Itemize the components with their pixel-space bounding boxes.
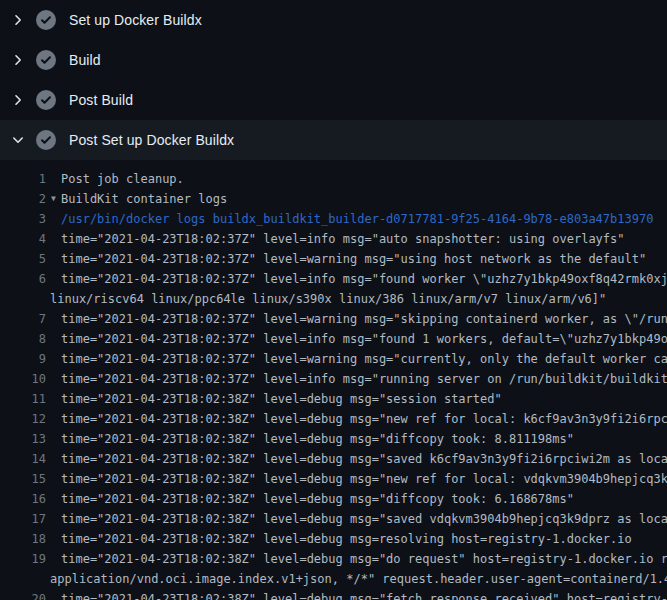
caret-down-icon[interactable]: ▼ [46,189,61,209]
log-line-number[interactable]: 2 [0,189,46,209]
log-line: 16 time="2021-04-23T18:02:38Z" level=deb… [0,489,667,509]
log-line: 12 time="2021-04-23T18:02:38Z" level=deb… [0,409,667,429]
log-line-number[interactable]: 5 [0,249,46,269]
log-line-text: time="2021-04-23T18:02:38Z" level=debug … [61,489,574,509]
step-row-set-up-docker-buildx[interactable]: Set up Docker Buildx [0,0,667,40]
steps-list: Set up Docker Buildx Build Post Build [0,0,667,160]
log-line-text: time="2021-04-23T18:02:38Z" level=debug … [61,549,667,569]
log-line-text: time="2021-04-23T18:02:38Z" level=debug … [61,449,667,469]
log-line-text: time="2021-04-23T18:02:38Z" level=debug … [61,429,574,449]
log-line-number[interactable]: 8 [0,329,46,349]
log-line-text: time="2021-04-23T18:02:37Z" level=info m… [61,229,625,249]
log-line-text: time="2021-04-23T18:02:38Z" level=debug … [61,469,667,489]
check-circle-icon [36,90,56,110]
log-line-number[interactable]: 14 [0,449,46,469]
log-line: 3 /usr/bin/docker logs buildx_buildkit_b… [0,209,667,229]
step-row-build[interactable]: Build [0,40,667,80]
log-line-text: application/vnd.oci.image.index.v1+json,… [50,569,667,589]
log-line-number[interactable]: 11 [0,389,46,409]
log-line-number[interactable]: 13 [0,429,46,449]
log-line: 13 time="2021-04-23T18:02:38Z" level=deb… [0,429,667,449]
log-line: 11 time="2021-04-23T18:02:38Z" level=deb… [0,389,667,409]
log-line-number[interactable]: 1 [0,169,46,189]
log-line-text: time="2021-04-23T18:02:38Z" level=debug … [61,529,632,549]
log-line: 10 time="2021-04-23T18:02:37Z" level=inf… [0,369,667,389]
log-line-number[interactable]: 3 [0,209,46,229]
log-line: 20 time="2021-04-23T18:02:38Z" level=deb… [0,589,667,600]
log-line-number[interactable]: 6 [0,269,46,289]
log-line-number[interactable]: 10 [0,369,46,389]
log-line-text[interactable]: BuildKit container logs [61,189,227,209]
chevron-down-icon [10,132,26,148]
log-viewer[interactable]: 1 Post job cleanup. 2 ▼ BuildKit contain… [0,160,667,600]
log-line: 1 Post job cleanup. [0,169,667,189]
log-line: 18 time="2021-04-23T18:02:38Z" level=deb… [0,529,667,549]
check-circle-icon [36,10,56,30]
log-line: 7 time="2021-04-23T18:02:37Z" level=warn… [0,309,667,329]
check-circle-icon [36,130,56,150]
log-line-text: time="2021-04-23T18:02:38Z" level=debug … [61,509,667,529]
log-line-number[interactable]: 17 [0,509,46,529]
log-line-number[interactable]: 19 [0,549,46,569]
log-line-text: time="2021-04-23T18:02:37Z" level=info m… [61,369,667,389]
log-line-number[interactable]: 18 [0,529,46,549]
chevron-right-icon [10,92,26,108]
log-line: 6 time="2021-04-23T18:02:37Z" level=info… [0,269,667,289]
log-line-text: Post job cleanup. [61,169,184,189]
log-line-text: time="2021-04-23T18:02:38Z" level=debug … [61,409,667,429]
log-line: 9 time="2021-04-23T18:02:37Z" level=warn… [0,349,667,369]
chevron-right-icon [10,12,26,28]
log-line: linux/riscv64 linux/ppc64le linux/s390x … [0,289,667,309]
step-label: Set up Docker Buildx [69,12,202,28]
step-row-post-set-up-docker-buildx[interactable]: Post Set up Docker Buildx [0,120,667,160]
log-line: 19 time="2021-04-23T18:02:38Z" level=deb… [0,549,667,569]
log-line-text: linux/riscv64 linux/ppc64le linux/s390x … [50,289,606,309]
log-line-text: time="2021-04-23T18:02:37Z" level=warnin… [61,249,646,269]
log-line-text: time="2021-04-23T18:02:37Z" level=warnin… [61,349,667,369]
log-line-text: time="2021-04-23T18:02:37Z" level=info m… [61,329,667,349]
log-line-text: /usr/bin/docker logs buildx_buildkit_bui… [61,209,653,229]
log-line: 14 time="2021-04-23T18:02:38Z" level=deb… [0,449,667,469]
log-line-text: time="2021-04-23T18:02:38Z" level=debug … [61,389,502,409]
chevron-right-icon [10,52,26,68]
log-line: application/vnd.oci.image.index.v1+json,… [0,569,667,589]
log-line-number[interactable]: 20 [0,589,46,600]
step-row-post-build[interactable]: Post Build [0,80,667,120]
actions-log-viewer: Set up Docker Buildx Build Post Build [0,0,667,600]
check-circle-icon [36,50,56,70]
log-line: 5 time="2021-04-23T18:02:37Z" level=warn… [0,249,667,269]
log-line-number[interactable]: 7 [0,309,46,329]
log-line-number[interactable]: 15 [0,469,46,489]
step-label: Build [69,52,101,68]
log-line: 4 time="2021-04-23T18:02:37Z" level=info… [0,229,667,249]
log-line-text: time="2021-04-23T18:02:37Z" level=warnin… [61,309,667,329]
log-line: 15 time="2021-04-23T18:02:38Z" level=deb… [0,469,667,489]
log-line-number[interactable]: 9 [0,349,46,369]
log-line-number[interactable]: 4 [0,229,46,249]
log-line: 17 time="2021-04-23T18:02:38Z" level=deb… [0,509,667,529]
log-line-text: time="2021-04-23T18:02:38Z" level=debug … [61,589,667,600]
log-line-text: time="2021-04-23T18:02:37Z" level=info m… [61,269,667,289]
log-line: 8 time="2021-04-23T18:02:37Z" level=info… [0,329,667,349]
log-line-number[interactable]: 16 [0,489,46,509]
step-label: Post Build [69,92,133,108]
log-line-number[interactable]: 12 [0,409,46,429]
log-line: 2 ▼ BuildKit container logs [0,189,667,209]
step-label: Post Set up Docker Buildx [69,132,234,148]
